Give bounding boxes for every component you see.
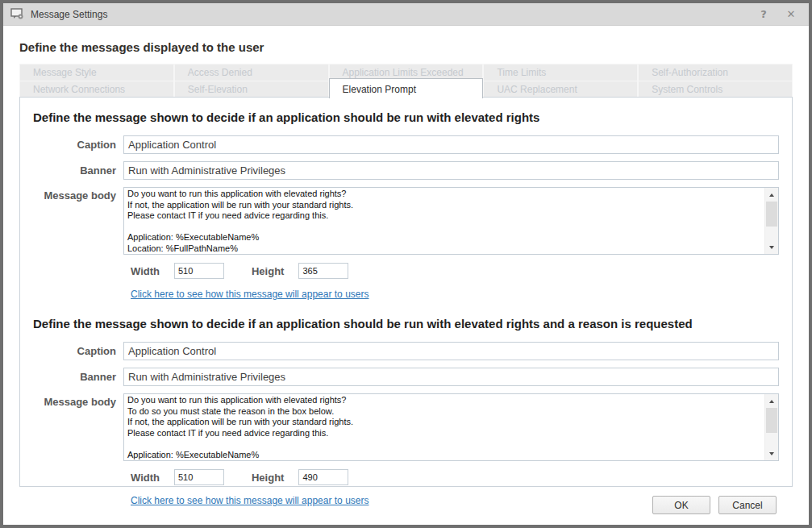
banner-row: Banner xyxy=(33,368,779,386)
tab-elevation-prompt[interactable]: Elevation Prompt xyxy=(329,78,484,98)
dialog-content: Define the messages displayed to the use… xyxy=(3,26,809,525)
caption-row: Caption xyxy=(33,135,779,154)
message-body-box: Do you want to run this application with… xyxy=(123,393,779,461)
scrollbar-thumb[interactable] xyxy=(766,408,777,433)
tab-system-controls[interactable]: System Controls xyxy=(638,81,793,98)
elevated-rights-reason-section: Define the message shown to decide if an… xyxy=(33,317,779,507)
banner-input[interactable] xyxy=(123,161,779,180)
banner-label: Banner xyxy=(33,371,123,383)
scrollbar[interactable] xyxy=(764,188,778,254)
tab-message-style[interactable]: Message Style xyxy=(19,64,174,81)
tab-uac-replacement[interactable]: UAC Replacement xyxy=(483,81,638,98)
scrollbar[interactable] xyxy=(764,394,778,460)
caption-label: Caption xyxy=(33,139,123,151)
scroll-up-icon[interactable] xyxy=(765,189,778,201)
preview-message-link[interactable]: Click here to see how this message will … xyxy=(131,495,369,506)
message-settings-icon xyxy=(10,8,24,20)
caption-input[interactable] xyxy=(123,342,779,360)
dimensions-row: Width Height xyxy=(131,469,779,485)
elevation-prompt-panel: Define the message shown to decide if an… xyxy=(19,97,793,487)
section-heading: Define the message shown to decide if an… xyxy=(33,317,779,331)
close-icon[interactable]: ✕ xyxy=(783,8,799,20)
tab-network-connections[interactable]: Network Connections xyxy=(19,81,174,98)
banner-input[interactable] xyxy=(123,368,779,386)
tab-row-2: Network Connections Self-Elevation Eleva… xyxy=(19,81,793,98)
window-title: Message Settings xyxy=(31,9,756,20)
width-input[interactable] xyxy=(174,469,224,485)
height-label: Height xyxy=(252,265,284,277)
scroll-down-icon[interactable] xyxy=(765,241,778,253)
message-body-row: Message body Do you want to run this app… xyxy=(33,187,779,255)
width-label: Width xyxy=(131,472,160,484)
message-body-label: Message body xyxy=(33,187,123,202)
caption-label: Caption xyxy=(33,345,123,357)
caption-row: Caption xyxy=(33,342,779,360)
width-input[interactable] xyxy=(174,263,224,279)
banner-label: Banner xyxy=(33,164,123,177)
page-title: Define the messages displayed to the use… xyxy=(19,40,793,54)
help-icon[interactable]: ? xyxy=(756,8,772,20)
elevated-rights-section: Define the message shown to decide if an… xyxy=(33,110,779,301)
tab-time-limits[interactable]: Time Limits xyxy=(483,64,638,81)
tab-self-authorization[interactable]: Self-Authorization xyxy=(638,64,793,81)
width-label: Width xyxy=(131,265,160,277)
height-input[interactable] xyxy=(298,263,348,279)
message-body-textarea[interactable]: Do you want to run this application with… xyxy=(124,394,764,460)
scroll-up-icon[interactable] xyxy=(765,395,778,407)
message-body-textarea[interactable]: Do you want to run this application with… xyxy=(124,188,764,254)
scrollbar-thumb[interactable] xyxy=(766,202,777,227)
section-heading: Define the message shown to decide if an… xyxy=(33,110,779,124)
banner-row: Banner xyxy=(33,161,779,180)
caption-input[interactable] xyxy=(123,135,779,154)
message-body-box: Do you want to run this application with… xyxy=(123,187,779,255)
tab-access-denied[interactable]: Access Denied xyxy=(174,64,329,81)
message-body-label: Message body xyxy=(33,393,123,408)
message-settings-window: Message Settings ? ✕ Define the messages… xyxy=(0,0,812,528)
preview-message-link[interactable]: Click here to see how this message will … xyxy=(131,289,369,300)
height-input[interactable] xyxy=(298,469,348,485)
scroll-down-icon[interactable] xyxy=(765,447,778,459)
message-body-row: Message body Do you want to run this app… xyxy=(33,393,779,461)
height-label: Height xyxy=(252,472,284,484)
titlebar: Message Settings ? ✕ xyxy=(3,3,809,26)
tab-strip: Message Style Access Denied Application … xyxy=(19,64,793,98)
tab-self-elevation[interactable]: Self-Elevation xyxy=(174,81,329,98)
dimensions-row: Width Height xyxy=(131,263,779,279)
